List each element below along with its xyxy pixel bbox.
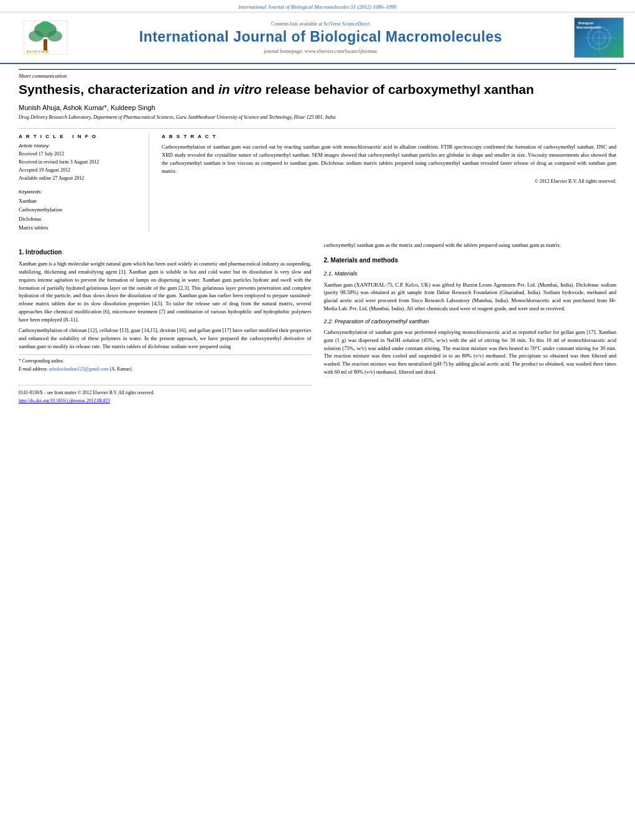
email-link[interactable]: ashokachauhan123@gmail.com — [49, 366, 109, 372]
preparation-para: Carboxymethylation of xanthan gum was pe… — [324, 328, 617, 376]
title-text-before-italic: Synthesis, characterization and — [19, 82, 218, 96]
intro-para-1: Xanthan gum is a high molecular weight n… — [19, 260, 312, 323]
svg-text:Biological: Biological — [578, 21, 594, 25]
email-line: E-mail address: ashokachauhan123@gmail.c… — [19, 366, 312, 372]
article-title: Synthesis, characterization and in vitro… — [19, 81, 616, 98]
journal-header-right: Biological Macromolecules — [562, 17, 624, 58]
article-info-column: A R T I C L E I N F O Article history: R… — [19, 134, 149, 232]
email-author: (A. Kumar). — [109, 366, 132, 372]
revised-date: Received in revised form 3 August 2012 — [19, 159, 139, 167]
author-names: Munish Ahuja, Ashok Kumar*, Kuldeep Sing… — [19, 104, 155, 111]
materials-heading: 2. Materials and methods — [324, 256, 617, 265]
accepted-date: Accepted 19 August 2012 — [19, 167, 139, 175]
materials-sub: 2.1. Materials — [324, 270, 617, 279]
page-footer: 0141-8130/$ – see front matter © 2012 El… — [19, 385, 312, 405]
doi-anchor[interactable]: http://dx.doi.org/10.1016/j.ijbiomac.201… — [19, 398, 110, 404]
copyright-line: © 2012 Elsevier B.V. All rights reserved… — [162, 178, 616, 184]
svg-point-5 — [39, 21, 52, 30]
footer-note: 0141-8130/$ – see front matter © 2012 El… — [19, 389, 312, 396]
keywords-label: Keywords: — [19, 189, 139, 195]
preparation-sub: 2.2. Preparation of carboxymethyl xantha… — [324, 318, 617, 326]
journal-cover-image: Biological Macromolecules — [574, 17, 624, 58]
title-text-after-italic: release behavior of carboxymethyl xantha… — [262, 82, 534, 96]
article-body: Short communication Synthesis, character… — [0, 64, 635, 417]
received-date: Received 17 July 2012 — [19, 150, 139, 159]
keywords-list: Xanthan Carboxymethylation Diclofenac Ma… — [19, 196, 139, 233]
journal-citation: International Journal of Biological Macr… — [239, 4, 397, 10]
journal-homepage: journal homepage: www.elsevier.com/locat… — [80, 48, 562, 54]
svg-point-3 — [47, 30, 62, 42]
elsevier-tree-icon: ELSEVIER — [24, 21, 67, 55]
authors: Munish Ahuja, Ashok Kumar*, Kuldeep Sing… — [19, 104, 616, 111]
keyword-4: Matrix tablets — [19, 223, 139, 232]
affiliation: Drug Delivery Research Laboratory, Depar… — [19, 114, 616, 121]
available-date: Available online 27 August 2012 — [19, 175, 139, 183]
main-content: 1. Introduction Xanthan gum is a high mo… — [19, 241, 616, 404]
svg-text:Macromolecules: Macromolecules — [577, 25, 601, 29]
history-label: Article history: — [19, 143, 139, 149]
introduction-heading: 1. Introduction — [19, 247, 312, 257]
email-label: E-mail address: — [19, 366, 48, 372]
elsevier-logo-section: ELSEVIER — [11, 21, 80, 55]
journal-header-center: Contents lists available at SciVerse Sci… — [80, 21, 562, 55]
abstract-text: Carboxymethylation of xanthan gum was ca… — [162, 143, 616, 175]
abstract-column: A B S T R A C T Carboxymethylation of xa… — [162, 134, 616, 232]
keywords-section: Keywords: Xanthan Carboxymethylation Dic… — [19, 189, 139, 233]
article-info-label: A R T I C L E I N F O — [19, 134, 139, 139]
corresponding-star: * Corresponding author. — [19, 358, 312, 364]
journal-header: ELSEVIER Contents lists available at Sci… — [0, 12, 635, 64]
page-wrapper: International Journal of Biological Macr… — [0, 0, 635, 417]
keyword-2: Carboxymethylation — [19, 205, 139, 214]
elsevier-logo: ELSEVIER — [11, 21, 80, 55]
svg-text:ELSEVIER: ELSEVIER — [27, 49, 49, 54]
intro-para-2: Carboxymethylation of chitosan [12], cel… — [19, 326, 312, 350]
abstract-label: A B S T R A C T — [162, 134, 616, 139]
materials-para: Xanthan gum (XANTURAL-75, C.P. Kelco, UK… — [324, 281, 617, 313]
keyword-1: Xanthan — [19, 196, 139, 205]
svg-point-2 — [29, 30, 44, 42]
title-italic: in vitro — [218, 82, 262, 96]
sciverse-line: Contents lists available at SciVerse Sci… — [80, 21, 562, 27]
left-column: 1. Introduction Xanthan gum is a high mo… — [19, 241, 312, 404]
corresponding-note: * Corresponding author. E-mail address: … — [19, 354, 312, 373]
from-text: from — [241, 300, 251, 307]
intro-para-3-right: carboxymethyl xanthan gum as the matrix … — [324, 241, 617, 249]
keyword-3: Diclofenac — [19, 215, 139, 223]
article-type: Short communication — [19, 69, 616, 79]
right-column: carboxymethyl xanthan gum as the matrix … — [324, 241, 617, 404]
journal-top-bar: International Journal of Biological Macr… — [0, 0, 635, 12]
journal-title: International Journal of Biological Macr… — [80, 29, 562, 46]
doi-link[interactable]: http://dx.doi.org/10.1016/j.ijbiomac.201… — [19, 397, 312, 404]
article-dates: Received 17 July 2012 Received in revise… — [19, 150, 139, 182]
article-info-abstract-section: A R T I C L E I N F O Article history: R… — [19, 128, 616, 232]
sciverse-link[interactable]: SciVerse ScienceDirect — [323, 21, 370, 27]
